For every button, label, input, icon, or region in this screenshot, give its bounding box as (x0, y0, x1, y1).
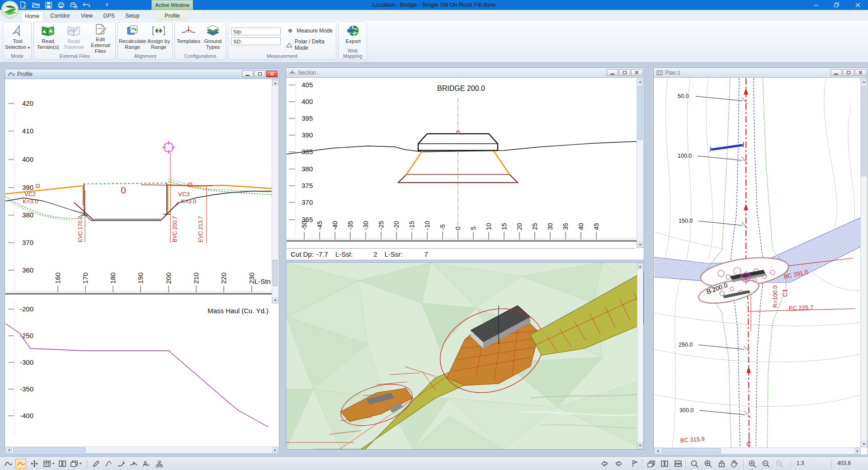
svg-text:170: 170 (81, 273, 89, 284)
plan-hscrollbar[interactable] (654, 447, 861, 454)
move-tool-icon[interactable] (29, 459, 40, 469)
svg-text:-10: -10 (424, 221, 431, 230)
tab-view[interactable]: View (77, 11, 97, 21)
profile-restore-button[interactable] (254, 70, 265, 77)
svg-text:10: 10 (485, 223, 492, 230)
viewer-3d-vscrollbar[interactable] (637, 263, 643, 449)
zoom-tool-icon[interactable] (689, 459, 700, 469)
ground-types-button[interactable]: Ground Types (200, 24, 226, 52)
pan-hand-icon[interactable] (729, 459, 740, 469)
mass-haul-curve (5, 324, 269, 427)
plan-close-button[interactable] (855, 69, 866, 76)
plan-vscrollbar[interactable] (860, 78, 867, 447)
section-vscrollbar[interactable] (637, 78, 643, 248)
svg-text:-15: -15 (408, 221, 415, 230)
zoom-extents-icon[interactable] (703, 459, 713, 469)
hierarchy-tool-icon[interactable] (154, 459, 165, 469)
tab-corridor[interactable]: Corridor (46, 11, 74, 21)
sd-field[interactable]: SD: (231, 38, 281, 45)
svg-text:25: 25 (531, 223, 538, 230)
active-profile-mode-icon[interactable] (15, 459, 26, 469)
tile-horizontal-icon[interactable] (673, 459, 684, 469)
tool-selection-button[interactable]: Tool Selection (5, 24, 31, 52)
tab-home[interactable]: Home (21, 11, 43, 21)
svg-text:20: 20 (516, 223, 523, 230)
ribbon-group-configurations: Templates Ground Types Configurations (175, 22, 226, 60)
svg-text:-40: -40 (331, 221, 339, 230)
split-view-tool-icon[interactable] (57, 459, 68, 469)
svg-text:220: 220 (220, 273, 227, 284)
status-bar: 1.3 403.6 (0, 456, 868, 470)
close-window-button[interactable] (847, 0, 868, 10)
section-restore-button[interactable] (619, 69, 630, 76)
history-forward-icon[interactable] (613, 459, 624, 469)
section-minimize-button[interactable] (607, 69, 618, 76)
measure-mode-button[interactable]: Measure Mode (286, 28, 333, 34)
app-logo-icon[interactable] (1, 0, 19, 19)
zoom-in-icon[interactable] (747, 459, 758, 469)
viewer-3d-canvas[interactable] (286, 263, 644, 449)
zoom-out-icon[interactable] (760, 459, 771, 469)
svg-text:EC 225.7: EC 225.7 (788, 304, 813, 312)
tile-vertical-icon[interactable] (659, 459, 670, 469)
svg-text:375: 375 (302, 182, 313, 189)
svg-text:VC2: VC2 (24, 191, 36, 197)
restore-window-button[interactable] (826, 0, 847, 10)
annotate-tool-icon[interactable] (141, 459, 152, 469)
svg-text:150.0: 150.0 (679, 218, 693, 224)
svg-text:R=100.0: R=100.0 (772, 285, 778, 308)
branch-tool-icon[interactable] (116, 459, 127, 469)
svg-text:-35: -35 (347, 221, 354, 230)
edit-external-files-button[interactable]: Edit External Files (86, 24, 114, 52)
recalculate-range-button[interactable]: Recalculate Range (119, 24, 146, 52)
spline-tool-icon[interactable] (103, 459, 114, 469)
tab-setup[interactable]: Setup (121, 11, 144, 21)
tab-gps[interactable]: GPS (99, 11, 118, 21)
svg-text:5: 5 (470, 226, 477, 230)
templates-icon (181, 24, 196, 38)
profile-view-tool-icon[interactable] (3, 459, 14, 469)
slp-field[interactable]: Slp: (231, 28, 281, 35)
profile-window-titlebar[interactable]: Profile (5, 69, 279, 79)
duplicate-window-chevron-icon[interactable] (78, 459, 83, 469)
profile-chart[interactable]: 420 410 400 390 380 370 360 (5, 80, 272, 446)
viewer-3d-window[interactable] (286, 262, 644, 450)
profile-hscrollbar[interactable] (5, 446, 278, 453)
flag-icon[interactable] (629, 459, 640, 469)
templates-label: Templates (177, 38, 200, 44)
plan-map[interactable]: 50.0 100.0 150.0 250.0 300.0 B 200.0 BC … (654, 78, 861, 447)
read-terrains-button[interactable]: Read Terrain(s) (35, 24, 61, 52)
profile-close-button[interactable] (266, 70, 278, 77)
profile-vscrollbar[interactable] (272, 80, 278, 304)
cascade-windows-icon[interactable] (646, 459, 656, 469)
contextual-tab-group-header: Active Window (151, 0, 193, 10)
templates-button[interactable]: Templates (176, 24, 201, 52)
minimize-window-button[interactable] (806, 0, 826, 10)
svg-text:405: 405 (302, 81, 313, 89)
section-chart[interactable]: BRIDGE 200.0 405 400 395 390 385 380 (287, 78, 637, 247)
svg-text:R=: R= (745, 438, 752, 446)
edit-external-files-icon (94, 24, 107, 36)
assign-by-range-label: Assign by Range (146, 38, 171, 50)
tab-profile-contextual[interactable]: Profile (156, 11, 188, 21)
section-close-button[interactable] (631, 69, 642, 76)
template-edit-tool-icon[interactable] (128, 459, 139, 469)
edit-tool-icon[interactable] (90, 459, 101, 469)
plan-restore-button[interactable] (843, 69, 854, 76)
ssl-value: 2 (373, 250, 377, 258)
profile-window: Profile (5, 69, 279, 454)
ground-types-icon (206, 24, 220, 38)
history-back-icon[interactable] (599, 459, 610, 469)
zoom-scale-value: 1.3 (797, 460, 804, 466)
plan-minimize-button[interactable] (830, 69, 842, 76)
assign-by-range-button[interactable]: Assign by Range (146, 24, 171, 52)
data-table-chevron-icon[interactable] (51, 459, 56, 469)
plan-window-title: Plan:1 (665, 70, 680, 76)
svg-text:BC 315.9: BC 315.9 (680, 435, 705, 444)
section-window-titlebar[interactable]: Section (286, 68, 644, 78)
svg-text:420: 420 (22, 99, 33, 107)
section-window-icon (289, 70, 296, 75)
profile-minimize-button[interactable] (242, 70, 253, 77)
zoom-lock-icon[interactable] (716, 459, 727, 469)
polar-delta-mode-button[interactable]: Polar / Delta Mode (286, 38, 336, 51)
